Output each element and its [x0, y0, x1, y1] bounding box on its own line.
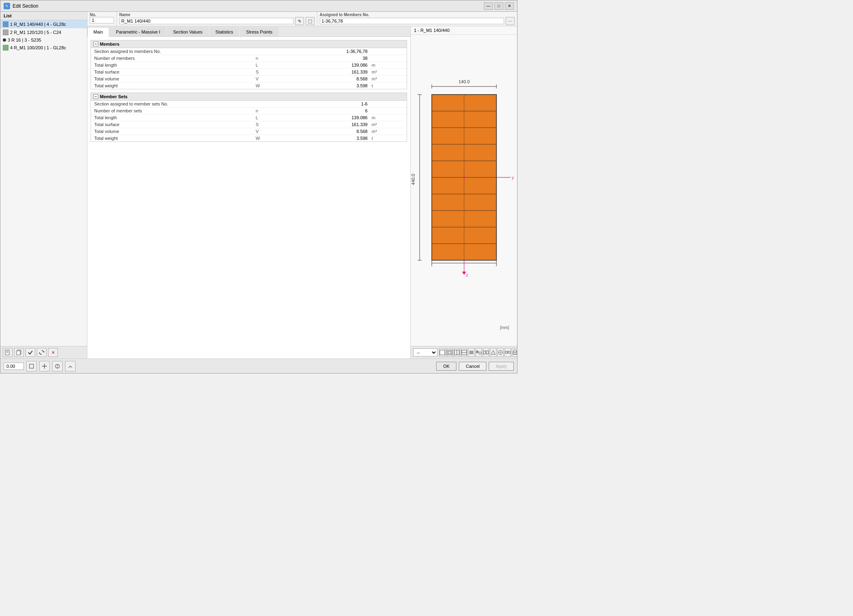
- row-sym: W: [252, 82, 281, 89]
- row-label: Total volume: [91, 76, 252, 82]
- list-items: 1 R_M1 140/440 | 4 - GL28c2 R_M1 120/120…: [0, 20, 87, 346]
- table-row: Total weight W 3.598 t: [91, 82, 407, 89]
- tabs: Main Parametric - Massive I Section Valu…: [87, 26, 410, 37]
- close-button[interactable]: ✕: [505, 2, 514, 10]
- tab-statistics[interactable]: Statistics: [209, 27, 239, 36]
- list-item-color: [3, 21, 8, 27]
- members-table: Section assigned to members No. 1-36,76,…: [91, 48, 407, 89]
- tab-section-values[interactable]: Section Values: [167, 27, 209, 36]
- minimize-button[interactable]: —: [484, 2, 493, 10]
- new-button[interactable]: [3, 348, 13, 357]
- viz-btn-4[interactable]: [461, 348, 467, 357]
- viz-btn-10[interactable]: [505, 348, 511, 357]
- bottom-bar: 0.00 OK Cancel Apply: [0, 359, 517, 373]
- check-button[interactable]: [25, 348, 35, 357]
- row-sym: L: [252, 114, 281, 121]
- tab-main[interactable]: Main: [87, 27, 109, 37]
- row-value: 161.339: [281, 69, 371, 76]
- name-value-row: ✎ 📋: [119, 17, 315, 25]
- tab-parametric[interactable]: Parametric - Massive I: [110, 27, 166, 36]
- viz-btn-8[interactable]: [490, 348, 496, 357]
- row-unit: m³: [371, 128, 407, 135]
- edit-name-button[interactable]: ✎: [295, 17, 304, 25]
- window-controls: — □ ✕: [484, 2, 514, 10]
- row-value: 38: [281, 55, 371, 62]
- svg-marker-31: [462, 272, 466, 275]
- members-header: − Members: [91, 40, 407, 48]
- no-label: No.: [90, 13, 114, 17]
- list-item[interactable]: 2 R_M1 120/120 | 5 - C24: [0, 28, 87, 36]
- row-label: Section assigned to member sets No.: [91, 101, 252, 108]
- row-sym: V: [252, 76, 281, 82]
- row-value: 1-6: [281, 101, 371, 108]
- row-sym: n: [252, 55, 281, 62]
- browse-name-button[interactable]: 📋: [306, 17, 315, 25]
- table-row: Number of members n 38: [91, 55, 407, 62]
- no-input[interactable]: [90, 17, 114, 23]
- list-item[interactable]: 4 R_M1 100/200 | 1 - GL28c: [0, 44, 87, 52]
- content-area: Main Parametric - Massive I Section Valu…: [87, 26, 517, 359]
- row-label: Total volume: [91, 128, 252, 135]
- viz-btn-6[interactable]: [475, 348, 482, 357]
- svg-rect-36: [440, 350, 445, 355]
- viz-btn-1[interactable]: [439, 348, 446, 357]
- members-title: Members: [100, 42, 119, 46]
- list-item[interactable]: 1 R_M1 140/440 | 4 - GL28c: [0, 20, 87, 28]
- row-label: Section assigned to members No.: [91, 48, 252, 55]
- member-sets-group: − Member Sets Section assigned to member…: [91, 93, 407, 142]
- maximize-button[interactable]: □: [494, 2, 503, 10]
- assigned-browse-button[interactable]: ⋯: [506, 17, 515, 25]
- row-label: Number of member sets: [91, 108, 252, 114]
- unit-label: [mm]: [500, 325, 509, 330]
- viz-btn-3[interactable]: [454, 348, 460, 357]
- row-unit: [371, 101, 407, 108]
- table-row: Total volume V 8.568 m³: [91, 128, 407, 135]
- row-sym: [252, 101, 281, 108]
- right-area: No. Name ✎ 📋 Assigned to Members No.: [87, 12, 517, 359]
- members-group: − Members Section assigned to members No…: [91, 40, 407, 89]
- viz-dropdown[interactable]: --: [413, 348, 437, 357]
- viz-btn-7[interactable]: [483, 348, 489, 357]
- assigned-field: Assigned to Members No. ⋯: [317, 12, 517, 26]
- viz-btn-9[interactable]: [497, 348, 504, 357]
- viz-btn-print[interactable]: [512, 348, 517, 357]
- bottom-btn-4[interactable]: [65, 361, 76, 371]
- svg-rect-58: [514, 353, 516, 354]
- copy-button[interactable]: [14, 348, 24, 357]
- svg-rect-53: [505, 351, 507, 353]
- row-label: Total length: [91, 62, 252, 69]
- svg-text:z: z: [466, 273, 468, 277]
- list-item-color: [3, 45, 8, 51]
- row-unit: m: [371, 114, 407, 121]
- info-bar: No. Name ✎ 📋 Assigned to Members No.: [87, 12, 517, 26]
- bottom-btn-1[interactable]: [26, 361, 37, 371]
- list-item[interactable]: 3 R 16 | 3 - S235: [0, 36, 87, 44]
- list-item-label: 2 R_M1 120/120 | 5 - C24: [10, 30, 61, 35]
- table-row: Number of member sets n 6: [91, 108, 407, 114]
- viz-btn-2[interactable]: [446, 348, 453, 357]
- svg-rect-4: [17, 351, 20, 355]
- row-sym: S: [252, 69, 281, 76]
- viz-title: 1 - R_M1 140/440: [411, 26, 517, 35]
- bottom-btn-2[interactable]: [39, 361, 50, 371]
- refresh-button[interactable]: [37, 348, 46, 357]
- name-input[interactable]: [119, 18, 293, 24]
- apply-button[interactable]: Apply: [489, 362, 514, 371]
- row-value: 3.598: [281, 135, 371, 142]
- row-value: 139.086: [281, 62, 371, 69]
- member-sets-collapse[interactable]: −: [93, 94, 98, 99]
- row-sym: L: [252, 62, 281, 69]
- viz-btn-5[interactable]: [468, 348, 475, 357]
- assigned-input[interactable]: [320, 18, 505, 24]
- members-collapse[interactable]: −: [93, 42, 98, 46]
- table-row: Total length L 139.086 m: [91, 114, 407, 121]
- tab-stress-points[interactable]: Stress Points: [240, 27, 279, 36]
- ok-button[interactable]: OK: [436, 362, 456, 371]
- svg-text:440.0: 440.0: [411, 174, 416, 185]
- svg-rect-48: [484, 351, 486, 354]
- delete-button[interactable]: ✕: [48, 348, 58, 357]
- bottom-btn-3[interactable]: [52, 361, 63, 371]
- cancel-button[interactable]: Cancel: [459, 362, 486, 371]
- row-sym: n: [252, 108, 281, 114]
- row-unit: m²: [371, 121, 407, 128]
